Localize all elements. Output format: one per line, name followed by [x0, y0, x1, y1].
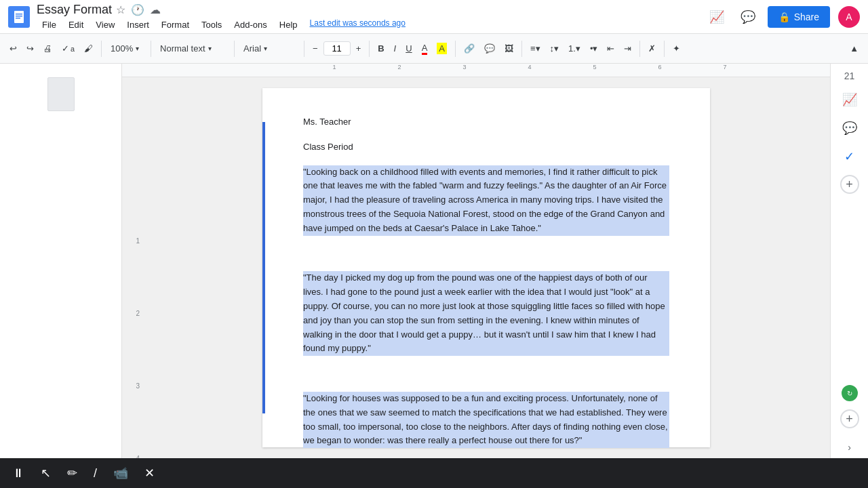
ruler-6: 6	[627, 64, 692, 70]
menu-tools[interactable]: Tools	[196, 18, 227, 31]
menu-file[interactable]: File	[37, 18, 62, 31]
divider-4	[304, 41, 304, 57]
pen-icon: ✏	[67, 466, 77, 481]
collapse-toolbar-button[interactable]: ▲	[846, 38, 863, 60]
svg-rect-1	[16, 14, 22, 15]
ruler-7: 7	[692, 64, 757, 70]
font-size-plus-button[interactable]: +	[352, 38, 366, 60]
chevron-right-icon[interactable]: ›	[848, 442, 851, 453]
cloud-icon[interactable]: ☁	[150, 3, 161, 16]
indent-increase-button[interactable]: ⇥	[620, 38, 635, 60]
ruler: 1 2 3 4 5 6 7	[122, 64, 830, 77]
trending-icon[interactable]: 📈	[840, 89, 860, 110]
ruler-3: 3	[432, 64, 497, 70]
line-spacing-button[interactable]: ↕▾	[546, 38, 564, 60]
line-button[interactable]: /	[90, 462, 101, 485]
undo-button[interactable]: ↩	[5, 38, 21, 60]
doc-title-text: Essay Format	[37, 3, 112, 17]
paragraph-3[interactable]: "Looking for houses was supposed to be a…	[303, 392, 669, 448]
title-icons: ☆ 🕐 ☁	[116, 3, 161, 16]
divider-9	[664, 41, 665, 57]
paragraph-2[interactable]: "The day I picked my dog up from the pou…	[303, 271, 669, 356]
more-button[interactable]: ✦	[669, 38, 684, 60]
selection-bar	[262, 122, 265, 413]
indent-decrease-button[interactable]: ⇤	[603, 38, 618, 60]
italic-button[interactable]: I	[390, 38, 401, 60]
highlight-button[interactable]: A	[433, 38, 451, 60]
font-size-input[interactable]	[323, 41, 351, 56]
video-icon: 📹	[113, 466, 128, 481]
google-docs-icon	[8, 6, 30, 28]
spacer-1	[303, 247, 669, 261]
ruler-4: 4	[497, 64, 562, 70]
text-color-button[interactable]: A	[418, 38, 432, 60]
paragraph-1[interactable]: "Looking back on a childhood filled with…	[303, 165, 669, 236]
bold-button[interactable]: B	[374, 38, 388, 60]
divider-6	[455, 41, 456, 57]
style-value: Normal text	[160, 43, 205, 54]
bullet-list-button[interactable]: •▾	[586, 38, 602, 60]
video-button[interactable]: 📹	[109, 462, 132, 485]
add-section-button[interactable]: +	[840, 175, 859, 194]
history-icon[interactable]: 🕐	[131, 3, 144, 16]
font-value: Arial	[243, 43, 261, 54]
document-page: Ms. Teacher Class Period "Looking back o…	[262, 88, 710, 447]
pause-icon: ⏸	[12, 466, 24, 481]
comments-icon[interactable]: 💬	[840, 118, 860, 138]
divider-1	[101, 41, 102, 57]
ruler-5: 5	[562, 64, 627, 70]
comments-button[interactable]: 💬	[736, 5, 760, 28]
sync-icon: ↻	[847, 390, 852, 397]
menu-addons[interactable]: Add-ons	[229, 18, 272, 31]
font-select[interactable]: Arial ▾	[239, 39, 300, 59]
page-num-1: 1	[136, 237, 140, 245]
menu-view[interactable]: View	[90, 18, 120, 31]
style-select[interactable]: Normal text ▾	[155, 39, 230, 59]
user-avatar[interactable]: A	[838, 6, 860, 28]
menu-insert[interactable]: Insert	[121, 18, 155, 31]
redo-button[interactable]: ↪	[22, 38, 38, 60]
page-num-3: 3	[136, 382, 140, 390]
comment-button[interactable]: 💬	[480, 38, 499, 60]
trending-button[interactable]: 📈	[705, 5, 728, 28]
cursor-button[interactable]: ↖	[37, 462, 55, 485]
svg-rect-3	[16, 18, 20, 19]
divider-8	[639, 41, 640, 57]
add-button-bottom[interactable]: +	[840, 409, 859, 428]
left-sidebar	[0, 64, 122, 458]
doc-title-row: Essay Format ☆ 🕐 ☁	[37, 3, 705, 17]
right-sidebar: 21 📈 💬 ✓ + ↻ + ›	[830, 64, 868, 458]
share-button[interactable]: 🔒 Share	[768, 6, 830, 28]
svg-rect-0	[14, 11, 24, 23]
line-icon: /	[94, 466, 97, 481]
pause-button[interactable]: ⏸	[8, 462, 28, 485]
scroll-area[interactable]: 1 2 3 4 5 Ms. Teacher Class Period "Look…	[122, 77, 830, 458]
clear-formatting-button[interactable]: ✗	[644, 38, 660, 60]
link-button[interactable]: 🔗	[460, 38, 479, 60]
spellcheck-button[interactable]: ✓a	[58, 38, 79, 60]
style-chevron: ▾	[208, 45, 212, 52]
check-icon[interactable]: ✓	[842, 146, 857, 167]
menu-edit[interactable]: Edit	[63, 18, 89, 31]
close-button[interactable]: ✕	[140, 462, 159, 485]
divider-3	[234, 41, 235, 57]
header-class: Class Period	[303, 140, 669, 155]
paint-format-button[interactable]: 🖌	[80, 38, 97, 60]
underline-button[interactable]: U	[401, 38, 416, 60]
menu-format[interactable]: Format	[156, 18, 195, 31]
toolbar: ↩ ↪ 🖨 ✓a 🖌 100% ▾ Normal text ▾ Arial ▾ …	[0, 34, 868, 64]
star-icon[interactable]: ☆	[116, 3, 125, 16]
menu-help[interactable]: Help	[274, 18, 303, 31]
doc-wrapper: 1 2 3 4 5 6 7 1 2 3 4 5	[122, 64, 830, 458]
align-button[interactable]: ≡▾	[526, 38, 545, 60]
image-button[interactable]: 🖼	[500, 38, 517, 60]
zoom-value: 100%	[111, 43, 133, 54]
numbered-list-button[interactable]: 1.▾	[564, 38, 585, 60]
pen-button[interactable]: ✏	[63, 462, 81, 485]
zoom-select[interactable]: 100% ▾	[106, 39, 146, 59]
zoom-chevron: ▾	[136, 45, 139, 52]
font-size-minus-button[interactable]: −	[309, 38, 322, 60]
page-content: Ms. Teacher Class Period "Looking back o…	[303, 115, 669, 458]
header-teacher: Ms. Teacher	[303, 115, 669, 129]
print-button[interactable]: 🖨	[39, 38, 56, 60]
